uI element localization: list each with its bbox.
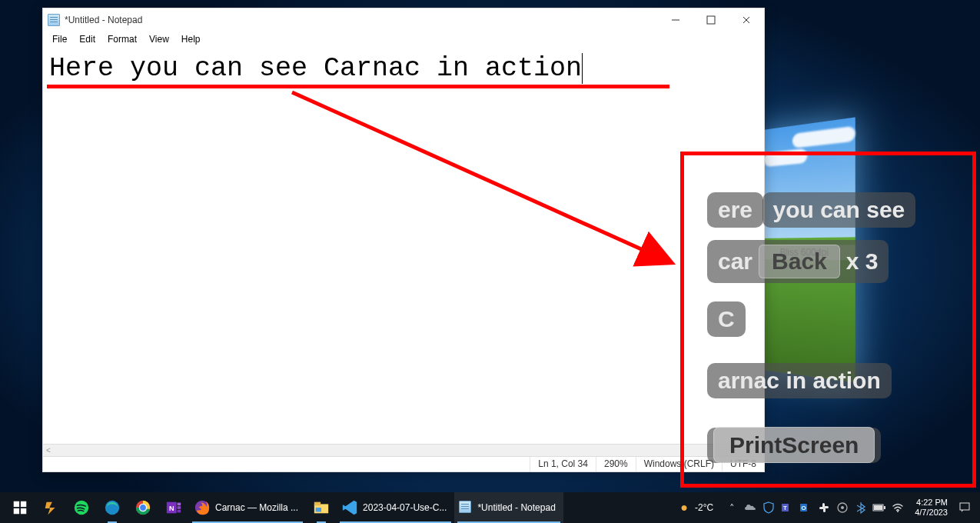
start-button[interactable]: [5, 492, 35, 523]
vscode-icon: [341, 499, 358, 516]
titlebar[interactable]: *Untitled - Notepad: [43, 8, 764, 32]
firefox-icon: [194, 499, 211, 516]
svg-rect-39: [874, 505, 882, 510]
taskbar-firefox-task[interactable]: Carnac — Mozilla ...: [189, 492, 306, 523]
svg-rect-25: [314, 502, 321, 506]
horizontal-scrollbar[interactable]: <>: [43, 444, 752, 456]
tray-onedrive-icon[interactable]: [742, 500, 758, 515]
taskbar: N Carnac — Mozilla ... 2023-04-07-Use-C.…: [0, 492, 980, 523]
taskbar-clock[interactable]: 4:22 PM 4/7/2023: [909, 498, 954, 518]
svg-text:N: N: [169, 505, 174, 512]
svg-point-41: [897, 511, 899, 512]
menu-format[interactable]: Format: [101, 32, 143, 48]
carnac-line-4: arnac in action: [707, 363, 892, 401]
tray-slack-icon[interactable]: [816, 500, 832, 515]
weather-text[interactable]: -2°C: [695, 502, 713, 513]
close-button[interactable]: [729, 8, 764, 32]
svg-rect-6: [14, 501, 19, 507]
action-center-icon[interactable]: [957, 500, 972, 515]
taskbar-vscode-label: 2023-04-07-Use-C...: [363, 502, 447, 513]
menu-file[interactable]: File: [46, 32, 73, 48]
svg-rect-35: [824, 506, 829, 508]
svg-text:O: O: [802, 505, 806, 511]
svg-rect-1: [707, 16, 715, 24]
taskbar-spotify-icon[interactable]: [66, 492, 97, 523]
menu-view[interactable]: View: [143, 32, 175, 48]
carnac-line-2: car Back x 3: [707, 240, 889, 286]
editor-text: Here you can see Carnac in action: [49, 53, 582, 84]
tray-outlook-icon[interactable]: O: [798, 500, 813, 515]
minimize-button[interactable]: [658, 8, 693, 32]
carnac-line-1: ere you can see: [707, 192, 915, 231]
svg-rect-26: [316, 508, 321, 512]
notepad-app-icon: [48, 14, 60, 26]
status-zoom: 290%: [596, 457, 636, 471]
svg-point-37: [841, 506, 844, 509]
window-title: *Untitled - Notepad: [65, 15, 142, 25]
tray-bluetooth-icon[interactable]: [853, 500, 869, 515]
svg-rect-9: [21, 508, 26, 514]
taskbar-edge-icon[interactable]: [97, 492, 128, 523]
svg-rect-21: [178, 506, 181, 509]
svg-rect-8: [14, 508, 19, 514]
carnac-line-3: C: [707, 301, 746, 340]
annotation-underline: [47, 85, 669, 88]
weather-icon[interactable]: ●: [676, 500, 692, 515]
svg-text:T: T: [783, 505, 787, 511]
menubar: File Edit Format View Help: [43, 32, 764, 48]
svg-rect-22: [178, 510, 181, 513]
menu-help[interactable]: Help: [175, 32, 207, 48]
system-tray: ● -2°C ˄ T O 4:22 PM 4/7/2023: [676, 498, 975, 518]
status-position: Ln 1, Col 34: [530, 457, 596, 471]
taskbar-notepad-label: *Untitled - Notepad: [477, 502, 555, 513]
taskbar-chrome-icon[interactable]: [128, 492, 158, 523]
svg-rect-42: [960, 503, 969, 510]
taskbar-vscode-task[interactable]: 2023-04-07-Use-C...: [337, 492, 454, 523]
svg-rect-7: [21, 501, 26, 507]
taskbar-onenote-icon[interactable]: N: [158, 492, 189, 523]
tray-teams-icon[interactable]: T: [779, 500, 795, 515]
taskbar-notepad-task[interactable]: *Untitled - Notepad: [454, 492, 563, 523]
svg-rect-20: [178, 503, 181, 506]
clock-date: 4/7/2023: [915, 508, 948, 518]
taskbar-explorer-icon[interactable]: [306, 492, 337, 523]
tray-nvidia-icon[interactable]: [835, 500, 850, 515]
tray-battery-icon[interactable]: [872, 500, 887, 515]
notepad-icon: [459, 501, 473, 515]
svg-rect-40: [884, 506, 885, 509]
carnac-line-5: PrintScreen: [707, 428, 881, 466]
statusbar: Ln 1, Col 34 290% Windows (CRLF) UTF-8: [43, 456, 764, 471]
editor-textarea[interactable]: Here you can see Carnac in action: [43, 48, 764, 444]
clock-time: 4:22 PM: [915, 498, 948, 508]
tray-wifi-icon[interactable]: [890, 500, 905, 515]
maximize-button[interactable]: [693, 8, 729, 32]
svg-marker-27: [343, 501, 357, 515]
taskbar-firefox-label: Carnac — Mozilla ...: [215, 502, 298, 513]
tray-overflow-icon[interactable]: ˄: [724, 500, 739, 515]
menu-edit[interactable]: Edit: [73, 32, 101, 48]
notepad-window: *Untitled - Notepad File Edit Format Vie…: [42, 8, 765, 472]
taskbar-winamp-icon[interactable]: [35, 492, 66, 523]
svg-marker-10: [45, 502, 55, 515]
tray-defender-icon[interactable]: [761, 500, 776, 515]
